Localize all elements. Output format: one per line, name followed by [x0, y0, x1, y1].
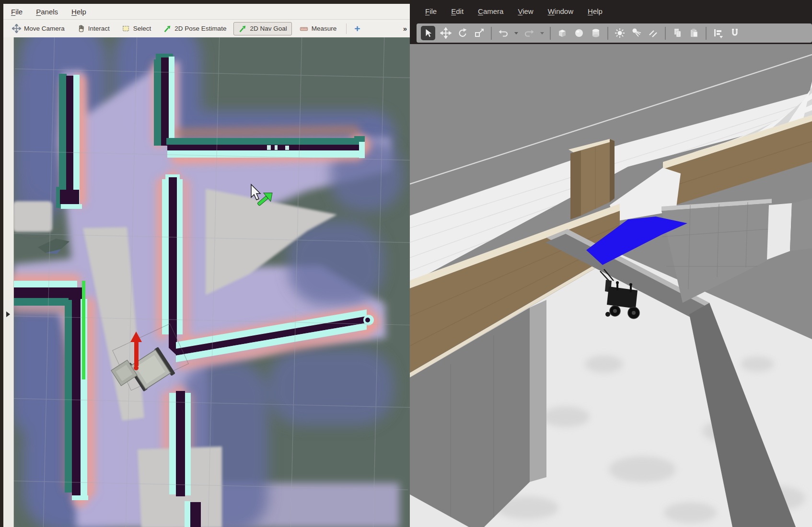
redo-history-caret[interactable]: [540, 31, 545, 35]
desktop: File Panels Help Move Camera: [0, 0, 812, 527]
rviz-menu-panels[interactable]: Panels: [36, 8, 58, 16]
redo-icon: [523, 27, 535, 39]
rotate-tool[interactable]: [456, 27, 469, 39]
snap-magnet-icon: [729, 27, 741, 39]
gazebo-toolbar: [410, 22, 812, 44]
rotate-icon: [457, 27, 468, 39]
translate-tool[interactable]: [440, 27, 452, 39]
gazebo-scene-canvas[interactable]: [410, 44, 812, 527]
caret-down-icon: [514, 31, 519, 35]
rviz-chrome: File Panels Help Move Camera: [3, 4, 410, 527]
global-path-green-line: [82, 281, 85, 379]
gazebo-window: File Edit Camera View Window Help: [410, 0, 812, 527]
nav-goal-button[interactable]: 2D Nav Goal: [233, 22, 291, 35]
sphere-icon: [573, 27, 585, 39]
copy-icon: [672, 27, 683, 39]
toolbar-overflow-button[interactable]: »: [403, 24, 407, 33]
gazebo-menubar: File Edit Camera View Window Help: [410, 0, 812, 22]
rviz-toolbar: Move Camera Interact: [3, 20, 410, 38]
move-camera-button[interactable]: Move Camera: [7, 22, 70, 35]
spot-light-button[interactable]: [630, 27, 643, 39]
toolbar-separator: [491, 27, 492, 40]
directional-light-icon: [648, 27, 659, 39]
point-light-icon: [614, 27, 626, 39]
gazebo-menu-window[interactable]: Window: [548, 7, 573, 15]
rviz-body: [3, 37, 410, 527]
insert-cylinder-button[interactable]: [590, 27, 602, 39]
select-box-icon: [122, 24, 130, 33]
expand-dock-arrow-icon[interactable]: [6, 311, 10, 317]
rviz-menu-file[interactable]: File: [11, 8, 23, 16]
paste-icon: [688, 27, 700, 39]
gazebo-menu-camera[interactable]: Camera: [478, 7, 503, 15]
gazebo-menu-help[interactable]: Help: [588, 7, 603, 15]
interact-button[interactable]: Interact: [72, 22, 115, 35]
toolbar-separator: [550, 27, 551, 40]
box-icon: [557, 27, 568, 39]
gazebo-3d-view[interactable]: [410, 44, 812, 527]
insert-sphere-button[interactable]: [573, 27, 585, 39]
green-arrow-icon: [163, 24, 172, 33]
insert-box-button[interactable]: [556, 27, 568, 39]
copy-button[interactable]: [671, 27, 684, 39]
move-camera-icon: [12, 24, 21, 33]
translate-icon: [440, 27, 452, 39]
align-icon: [712, 27, 724, 39]
measure-ruler-icon: [299, 24, 309, 33]
cylinder-icon: [590, 27, 602, 39]
toolbar-separator: [706, 27, 707, 40]
directional-light-button[interactable]: [647, 27, 660, 39]
spot-light-icon: [631, 27, 642, 39]
interact-hand-icon: [77, 24, 85, 33]
toolbar-separator: [607, 27, 608, 40]
add-tool-button[interactable]: +: [351, 23, 363, 34]
caret-down-icon: [540, 31, 545, 35]
toolbar-separator: [665, 27, 666, 40]
redo-button[interactable]: [523, 27, 535, 39]
scale-tool[interactable]: [473, 27, 486, 39]
undo-button[interactable]: [497, 27, 510, 39]
toolbar-separator: [346, 23, 347, 34]
measure-button[interactable]: Measure: [294, 22, 342, 35]
select-button[interactable]: Select: [117, 22, 156, 35]
scale-icon: [474, 27, 485, 39]
align-button[interactable]: [712, 27, 724, 39]
rviz-window: File Panels Help Move Camera: [0, 0, 410, 527]
undo-history-caret[interactable]: [514, 31, 519, 35]
rviz-menu-help[interactable]: Help: [71, 8, 86, 16]
displays-dock-collapsed[interactable]: [3, 37, 14, 527]
green-arrow-icon: [238, 24, 247, 33]
point-light-button[interactable]: [614, 27, 626, 39]
gazebo-menu-file[interactable]: File: [425, 7, 437, 15]
snap-magnet-button[interactable]: [729, 27, 741, 39]
paste-button[interactable]: [688, 27, 700, 39]
select-arrow-icon: [423, 28, 433, 38]
select-arrow-tool[interactable]: [421, 26, 435, 40]
rviz-3d-view[interactable]: [14, 37, 410, 527]
gazebo-menu-edit[interactable]: Edit: [451, 7, 464, 15]
gazebo-menu-view[interactable]: View: [518, 7, 533, 15]
pose-estimate-button[interactable]: 2D Pose Estimate: [158, 22, 231, 35]
undo-icon: [498, 27, 509, 39]
costmap-canvas[interactable]: [14, 37, 410, 527]
rviz-menubar: File Panels Help: [3, 4, 410, 20]
